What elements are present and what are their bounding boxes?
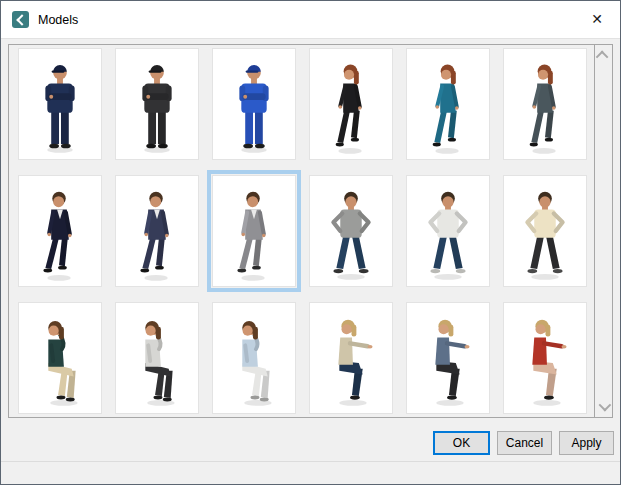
model-thumbnail-woman-seated-reaching-beige[interactable] bbox=[309, 302, 393, 414]
models-dialog: Models ✕ bbox=[0, 0, 621, 485]
dialog-title: Models bbox=[38, 13, 78, 27]
model-thumbnail-woman-seated-phone-lightblue[interactable] bbox=[212, 302, 296, 414]
model-thumbnail-man-cream-sweater-black-pants[interactable] bbox=[503, 175, 587, 287]
chevron-down-icon bbox=[599, 399, 612, 412]
model-thumbnail-man-suit-slate[interactable] bbox=[115, 175, 199, 287]
close-button[interactable]: ✕ bbox=[582, 5, 612, 33]
model-thumbnail-woman-seated-phone-darkteal[interactable] bbox=[18, 302, 102, 414]
model-thumbnail-worker-blue-arms-crossed[interactable] bbox=[212, 48, 296, 160]
model-thumbnail-woman-walking-gray[interactable] bbox=[503, 48, 587, 160]
model-thumbnail-man-suit-navy[interactable] bbox=[18, 175, 102, 287]
model-thumbnail-woman-walking-black[interactable] bbox=[309, 48, 393, 160]
model-thumbnail-man-white-sweater-jeans[interactable] bbox=[406, 175, 490, 287]
model-thumbnail-worker-black-arms-crossed[interactable] bbox=[115, 48, 199, 160]
chevron-up-icon bbox=[596, 51, 609, 64]
model-thumbnail-woman-seated-reaching-bluegray[interactable] bbox=[406, 302, 490, 414]
close-icon: ✕ bbox=[591, 11, 603, 27]
model-thumbnail-woman-seated-reaching-red[interactable] bbox=[503, 302, 587, 414]
vertical-scrollbar[interactable] bbox=[594, 45, 612, 417]
models-gallery-panel bbox=[8, 44, 613, 418]
model-thumbnail-man-suit-gray[interactable] bbox=[212, 175, 296, 287]
model-thumbnail-grid bbox=[18, 48, 587, 414]
cancel-button[interactable]: Cancel bbox=[497, 431, 552, 455]
footer-divider bbox=[1, 461, 620, 462]
scroll-up-button[interactable] bbox=[595, 47, 612, 64]
apply-button[interactable]: Apply bbox=[559, 431, 614, 455]
ok-button[interactable]: OK bbox=[433, 431, 490, 455]
model-thumbnail-worker-navy-arms-crossed[interactable] bbox=[18, 48, 102, 160]
scroll-down-button[interactable] bbox=[595, 398, 612, 415]
back-chevron-icon bbox=[16, 14, 27, 25]
model-thumbnail-man-gray-sweater-jeans[interactable] bbox=[309, 175, 393, 287]
title-bar: Models ✕ bbox=[1, 1, 620, 39]
app-back-chevron-icon bbox=[12, 11, 29, 28]
model-thumbnail-woman-walking-teal[interactable] bbox=[406, 48, 490, 160]
model-thumbnail-woman-seated-phone-lightgray[interactable] bbox=[115, 302, 199, 414]
